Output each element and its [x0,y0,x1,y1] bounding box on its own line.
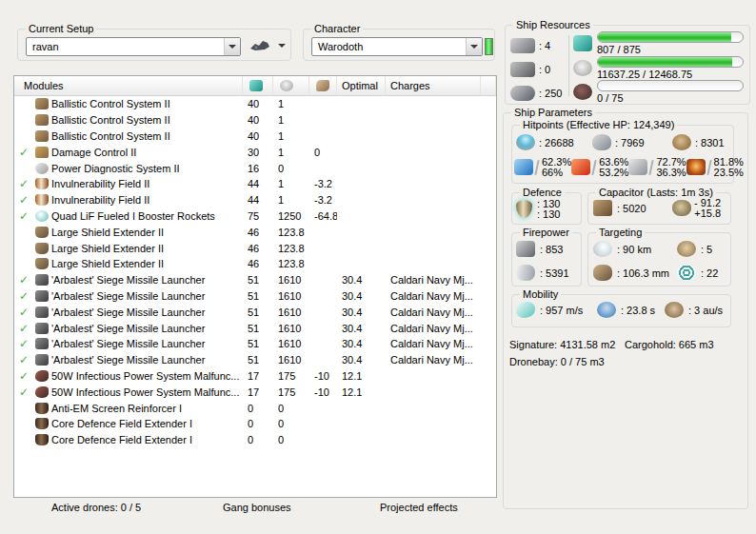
module-cpu-value: 51 [243,274,273,286]
module-cap-value: -10 [309,386,337,398]
shield-resist-value: 63.6% [599,157,628,168]
fitted-check-icon: ✓ [19,147,29,158]
invulnerability-field-icon [35,194,49,206]
fitted-check-cell: ✓ [19,338,35,349]
module-optimal-value: 30.4 [337,307,386,318]
modules-header[interactable]: Modules Optimal Charges [14,76,496,96]
optimal-column-header[interactable]: Optimal [337,76,386,95]
character-select[interactable]: Warodoth [311,37,483,56]
fitted-check-icon: ✓ [19,370,29,382]
module-row[interactable]: Anti-EM Screen Reinforcer I00 [14,400,496,416]
module-row[interactable]: Ballistic Control System II401 [14,129,496,145]
invulnerability-field-icon [35,178,49,189]
module-row[interactable]: ✓'Arbalest' Siege Missile Launcher511610… [14,288,496,305]
missile-launcher-icon [35,307,49,318]
module-cpu-value: 51 [243,354,273,366]
module-charge-value: Caldari Navy Mj... [386,290,481,302]
module-row[interactable]: ✓'Arbalest' Siege Missile Launcher511610… [14,336,496,352]
turret-hardpoints-icon [510,38,535,53]
ballistic-control-icon [35,130,49,142]
module-cpu-value: 46 [243,243,273,254]
module-row[interactable]: Ballistic Control System II401 [14,112,496,129]
module-cpu-value: 46 [243,227,273,238]
align-time-value: : 23.8 s [621,305,655,316]
resource-bar-row: 0 / 75 [573,80,744,105]
resist-divider [592,160,597,175]
module-row[interactable]: ✓Invulnerability Field II441-3.2 [14,192,496,208]
setup-select-value: ravan [27,41,224,52]
defence-label: Defence [520,187,565,198]
module-row[interactable]: ✓50W Infectious Power System Malfunc...1… [14,368,496,385]
module-pg-value: 1 [273,194,309,206]
ship-resources-group: Ship Resources : 4: 0: 250 807 / 8751163… [505,25,750,105]
cpu-icon [573,35,592,51]
armor-hp-icon [592,134,611,150]
firepower-group: Firepower : 853 : 5391 [511,232,582,287]
cpu-column-header[interactable] [243,76,273,95]
missile-launcher-icon [35,323,49,334]
module-pg-value: 0 [273,434,309,445]
module-name: 50W Infectious Power System Malfunc... [51,370,243,382]
resistance-group: 63.6%53.2% [571,157,628,177]
module-cpu-value: 40 [243,98,273,109]
modules-body: Ballistic Control System II401Ballistic … [14,96,496,448]
module-row[interactable]: Ballistic Control System II401 [14,96,496,112]
module-name: Large Shield Extender II [51,243,243,254]
hitpoint-value-group: : 8301 [672,134,731,150]
module-row[interactable]: ✓'Arbalest' Siege Missile Launcher511610… [14,272,496,288]
ship-parameters-label: Ship Parameters [511,107,595,118]
module-row[interactable]: ✓Invulnerability Field II441-3.2 [14,176,496,192]
module-cpu-value: 16 [243,163,273,174]
setup-select[interactable]: ravan [26,37,241,56]
ship-resources-label: Ship Resources [513,19,593,30]
module-row[interactable]: ✓'Arbalest' Siege Missile Launcher511610… [14,352,496,368]
max-targets-icon [677,241,696,257]
module-cpu-value: 44 [243,178,273,189]
module-charge-value: Caldari Navy Mj... [386,338,481,349]
module-row[interactable]: Large Shield Extender II46123.8 [14,256,496,272]
launcher-hardpoints-icon [510,62,535,77]
setup-select-dropdown-button[interactable] [224,38,240,55]
ballistic-control-icon [35,98,49,109]
module-name: 'Arbalest' Siege Missile Launcher [51,354,243,366]
module-row[interactable]: ✓'Arbalest' Siege Missile Launcher511610… [14,320,496,336]
module-name: Power Diagnostic System II [51,163,243,174]
targeting-group: Targeting : 90 km : 5 : 106.3 mm : 22 [587,232,731,287]
modules-column-header[interactable]: Modules [14,76,243,95]
ship-browser-button[interactable] [249,36,287,55]
defence-shield-top-value: : 130 [537,199,560,209]
capacitor-amount-value: : 5020 [617,203,647,214]
signature-value: Signature: 4131.58 m2 [509,339,615,350]
charges-column-header[interactable]: Charges [386,76,481,95]
active-drones-label: Active drones: 0 / 5 [51,502,141,513]
hardpoint-row: : 4 [510,33,566,57]
module-pg-value: 1610 [273,290,309,302]
module-row[interactable]: Large Shield Extender II46123.8 [14,224,496,240]
module-cap-value: 0 [309,147,337,158]
module-row[interactable]: ✓Quad LiF Fueled I Booster Rockets751250… [14,208,496,225]
module-row[interactable]: Large Shield Extender II46123.8 [14,240,496,256]
targeting-range-value: : 90 km [617,244,651,255]
module-pg-value: 1 [273,178,309,189]
fitted-check-icon: ✓ [19,307,29,318]
module-pg-value: 1610 [273,354,309,366]
resource-bars-column: 807 / 87511637.25 / 12468.750 / 75 [573,31,744,105]
module-cpu-value: 0 [243,403,273,414]
module-row[interactable]: ✓50W Infectious Power System Malfunc...1… [14,384,496,400]
module-pg-value: 1 [273,114,309,126]
resource-usage-text: 807 / 875 [597,44,744,55]
module-cpu-value: 17 [243,386,273,398]
mobility-label: Mobility [520,288,561,300]
capacitor-column-header[interactable] [309,76,337,95]
module-row[interactable]: Core Defence Field Extender I00 [14,432,496,448]
character-select-dropdown-button[interactable] [466,38,482,55]
module-optimal-value: 30.4 [337,290,386,302]
defence-shield-icon [516,200,532,218]
powergrid-column-header[interactable] [273,76,309,95]
module-row[interactable]: Power Diagnostic System II160 [14,160,496,176]
module-row[interactable]: ✓'Arbalest' Siege Missile Launcher511610… [14,304,496,320]
module-row[interactable]: Core Defence Field Extender I00 [14,416,496,432]
resistance-group: 81.8%23.5% [686,157,744,177]
hitpoint-value: : 7969 [615,137,645,148]
module-row[interactable]: ✓Damage Control II3010 [14,144,496,160]
